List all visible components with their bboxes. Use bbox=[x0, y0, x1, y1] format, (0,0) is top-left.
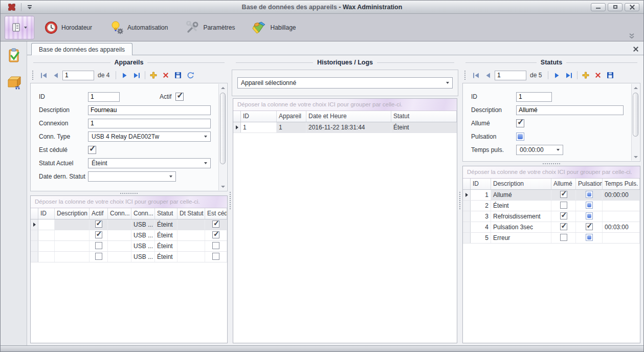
cell-conn_type[interactable]: USB ... bbox=[131, 230, 155, 240]
cell-statut[interactable]: Éteint bbox=[391, 122, 457, 133]
ribbon-item-horodateur[interactable]: Horodateur bbox=[45, 21, 92, 34]
next-record-button[interactable] bbox=[551, 70, 562, 80]
table-row[interactable]: USB ...Éteint bbox=[31, 230, 227, 241]
horizontal-splitter[interactable] bbox=[29, 191, 229, 195]
cell-temps[interactable]: 00:03:00 bbox=[603, 222, 640, 232]
next-record-button[interactable] bbox=[119, 70, 130, 80]
column-header-statut[interactable]: Statut bbox=[155, 208, 177, 219]
cell-id[interactable]: 2 bbox=[471, 201, 491, 211]
cell-allume[interactable] bbox=[551, 201, 576, 211]
checkbox[interactable] bbox=[586, 234, 593, 241]
est-cedule-checkbox[interactable] bbox=[88, 146, 96, 154]
cell-description[interactable] bbox=[55, 219, 90, 230]
group-by-bar[interactable]: Déposer la colonne de votre choix ICI po… bbox=[463, 166, 640, 179]
group-by-bar[interactable]: Déposer la colonne de votre choix ICI po… bbox=[233, 99, 457, 111]
checkbox[interactable] bbox=[560, 202, 567, 209]
table-row[interactable]: 4Pulsation 3sec00:03:00 bbox=[463, 222, 640, 233]
id-field[interactable] bbox=[516, 92, 552, 102]
cell-est_cedule[interactable] bbox=[205, 252, 227, 262]
column-header-temps[interactable]: Temps Puls. bbox=[603, 179, 640, 189]
cell-id[interactable] bbox=[38, 241, 55, 251]
cell-description[interactable]: Éteint bbox=[491, 201, 551, 211]
cell-dt_statut[interactable] bbox=[177, 230, 205, 240]
cell-pulsation[interactable] bbox=[576, 190, 603, 200]
cell-allume[interactable] bbox=[551, 190, 576, 200]
cell-description[interactable]: Pulsation 3sec bbox=[491, 222, 551, 232]
cell-temps[interactable]: 00:00:00 bbox=[603, 190, 640, 200]
sidebar-item-inventory[interactable] bbox=[4, 72, 24, 92]
cell-temps[interactable] bbox=[603, 233, 640, 243]
column-header-description[interactable]: Description bbox=[491, 179, 551, 189]
toolbar-grip[interactable] bbox=[32, 71, 34, 80]
first-record-button[interactable] bbox=[470, 70, 481, 80]
checkbox[interactable] bbox=[212, 231, 219, 238]
checkbox[interactable] bbox=[586, 223, 593, 230]
cell-id[interactable]: 1 bbox=[241, 122, 277, 133]
table-row[interactable]: 5Erreur bbox=[463, 233, 640, 244]
cell-actif[interactable] bbox=[90, 241, 108, 251]
statut-actuel-select[interactable]: Éteint bbox=[88, 158, 211, 168]
table-row[interactable]: 112016-11-22 18:31:44Éteint bbox=[233, 122, 457, 133]
previous-record-button[interactable] bbox=[482, 70, 494, 80]
checkbox[interactable] bbox=[586, 191, 593, 198]
checkbox[interactable] bbox=[586, 202, 593, 209]
tab-base-de-donnees[interactable]: Base de données des appareils bbox=[31, 43, 132, 55]
checkbox[interactable] bbox=[212, 221, 219, 228]
scrollbar-thumb[interactable] bbox=[220, 93, 226, 164]
cell-id[interactable] bbox=[38, 252, 55, 262]
cell-statut[interactable]: Éteint bbox=[155, 241, 177, 251]
toolbar-grip[interactable] bbox=[464, 71, 467, 80]
table-row[interactable]: USB ...Éteint bbox=[31, 252, 227, 262]
previous-record-button[interactable] bbox=[50, 70, 61, 80]
connexion-field[interactable] bbox=[88, 119, 211, 128]
actif-checkbox[interactable] bbox=[175, 93, 184, 101]
sidebar-item-tasks[interactable] bbox=[4, 46, 24, 65]
checkbox[interactable] bbox=[95, 231, 102, 238]
cell-conn_type[interactable]: USB ... bbox=[131, 252, 155, 262]
column-header-id[interactable]: ID bbox=[38, 208, 55, 219]
column-header-pulsation[interactable]: Pulsation bbox=[576, 179, 603, 189]
refresh-button[interactable] bbox=[185, 70, 196, 80]
cell-pulsation[interactable] bbox=[576, 211, 603, 222]
cell-description[interactable]: Erreur bbox=[491, 233, 551, 243]
ribbon-item-automatisation[interactable]: Automatisation bbox=[109, 20, 168, 35]
cell-conn[interactable] bbox=[108, 219, 131, 230]
quick-access-dropdown-icon[interactable] bbox=[26, 5, 34, 9]
column-header-conn_type[interactable]: Conn... bbox=[131, 208, 155, 219]
column-header-conn[interactable]: Conn... bbox=[108, 208, 131, 219]
cell-actif[interactable] bbox=[90, 219, 108, 230]
checkbox[interactable] bbox=[95, 221, 102, 228]
delete-record-button[interactable] bbox=[160, 70, 171, 80]
table-row[interactable]: USB ...Éteint bbox=[31, 219, 227, 230]
cell-date[interactable]: 2016-11-22 18:31:44 bbox=[306, 122, 391, 133]
column-header-appareil[interactable]: Appareil bbox=[277, 111, 306, 122]
form-scrollbar[interactable] bbox=[631, 84, 639, 161]
cell-allume[interactable] bbox=[551, 211, 576, 222]
cell-description[interactable] bbox=[55, 241, 90, 251]
date-dern-statut-select[interactable] bbox=[88, 171, 176, 182]
cell-actif[interactable] bbox=[90, 230, 108, 240]
delete-record-button[interactable] bbox=[592, 70, 604, 80]
record-position-input[interactable] bbox=[495, 71, 526, 80]
cell-dt_statut[interactable] bbox=[177, 241, 205, 251]
checkbox[interactable] bbox=[586, 212, 593, 219]
add-record-button[interactable] bbox=[580, 70, 591, 80]
checkbox[interactable] bbox=[560, 191, 567, 198]
scroll-down-icon[interactable] bbox=[632, 153, 639, 161]
column-header-est_cedule[interactable]: Est cédulé bbox=[205, 208, 227, 219]
cell-statut[interactable]: Éteint bbox=[155, 252, 177, 262]
table-row[interactable]: 1Allumé00:00:00 bbox=[463, 190, 640, 201]
cell-est_cedule[interactable] bbox=[205, 230, 227, 240]
cell-conn[interactable] bbox=[108, 252, 131, 262]
conn-type-select[interactable]: USB 4 Relay DAE002Tw bbox=[88, 131, 211, 142]
ribbon-item-parametres[interactable]: Paramètres bbox=[185, 21, 235, 34]
save-record-button[interactable] bbox=[605, 70, 616, 80]
cell-pulsation[interactable] bbox=[576, 222, 603, 232]
device-filter-select[interactable]: Appareil sélectionné bbox=[237, 77, 453, 89]
cell-est_cedule[interactable] bbox=[205, 241, 227, 251]
cell-conn_type[interactable]: USB ... bbox=[131, 219, 155, 230]
description-field[interactable] bbox=[88, 105, 211, 115]
close-button[interactable] bbox=[625, 3, 639, 11]
cell-id[interactable] bbox=[38, 230, 55, 240]
table-row[interactable]: 3Refroisdissement bbox=[463, 211, 640, 222]
